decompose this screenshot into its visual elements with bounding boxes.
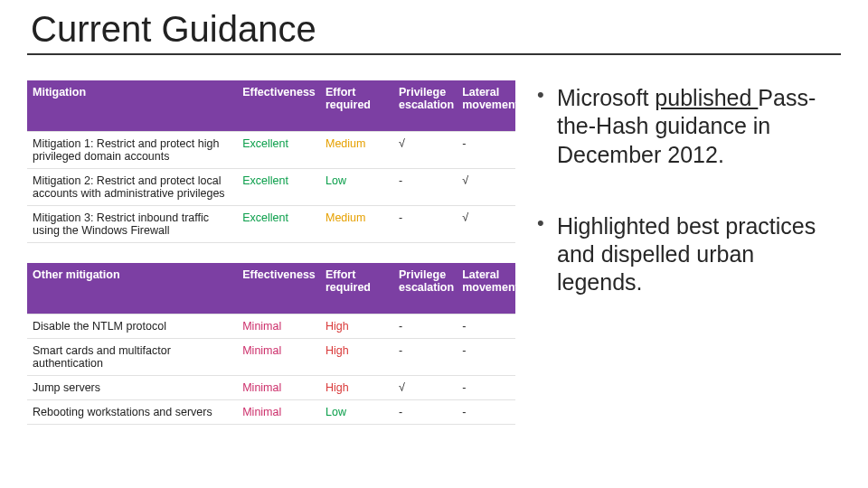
- bottom-mitigations-table: Other mitigation Effectiveness Effort re…: [27, 263, 515, 425]
- cell-effectiveness: Minimal: [237, 314, 320, 339]
- table-row: Smart cards and multifactor authenticati…: [27, 339, 515, 376]
- tables-column: Mitigation Effectiveness Effort required…: [27, 80, 515, 425]
- cell-priv: -: [393, 339, 457, 376]
- cell-effectiveness: Excellent: [237, 169, 320, 206]
- cell-effectiveness: Minimal: [237, 400, 320, 425]
- cell-mitigation: Mitigation 1: Restrict and protect high …: [27, 132, 237, 169]
- cell-effectiveness: Minimal: [237, 339, 320, 376]
- table-row: Disable the NTLM protocol Minimal High -…: [27, 314, 515, 339]
- col-effectiveness: Effectiveness: [237, 80, 320, 132]
- table-header: Other mitigation Effectiveness Effort re…: [27, 263, 515, 314]
- bullet-list: Microsoft published Pass-the-Hash guidan…: [535, 84, 841, 297]
- cell-effort: Low: [320, 169, 393, 206]
- body-columns: Mitigation Effectiveness Effort required…: [27, 80, 841, 425]
- cell-effort: High: [320, 376, 393, 400]
- col-mitigation: Mitigation: [27, 80, 237, 132]
- cell-mitigation: Mitigation 2: Restrict and protect local…: [27, 169, 237, 206]
- table-row: Rebooting workstations and servers Minim…: [27, 400, 515, 425]
- cell-lateral: √: [457, 206, 515, 243]
- cell-mitigation: Mitigation 3: Restrict inbound traffic u…: [27, 206, 237, 243]
- col-lateral: Lateral movement: [457, 80, 515, 132]
- cell-effectiveness: Excellent: [237, 132, 320, 169]
- cell-effort: Low: [320, 400, 393, 425]
- cell-mitigation: Rebooting workstations and servers: [27, 400, 237, 425]
- cell-priv: -: [393, 206, 457, 243]
- slide: Current Guidance Mitigation Effectivenes…: [0, 0, 868, 488]
- published-link[interactable]: published: [655, 85, 758, 110]
- table-row: Jump servers Minimal High √ -: [27, 376, 515, 400]
- top-mitigations-table: Mitigation Effectiveness Effort required…: [27, 80, 515, 243]
- cell-priv: √: [393, 376, 457, 400]
- cell-effort: Medium: [320, 206, 393, 243]
- cell-lateral: -: [457, 400, 515, 425]
- bullets-column: Microsoft published Pass-the-Hash guidan…: [535, 80, 841, 425]
- cell-lateral: -: [457, 132, 515, 169]
- col-lateral: Lateral movement: [457, 263, 515, 314]
- table-row: Mitigation 1: Restrict and protect high …: [27, 132, 515, 169]
- col-effectiveness: Effectiveness: [237, 263, 320, 314]
- table-row: Mitigation 3: Restrict inbound traffic u…: [27, 206, 515, 243]
- cell-effort: High: [320, 314, 393, 339]
- cell-priv: √: [393, 132, 457, 169]
- col-mitigation: Other mitigation: [27, 263, 237, 314]
- cell-effort: High: [320, 339, 393, 376]
- list-item: Microsoft published Pass-the-Hash guidan…: [535, 84, 841, 169]
- cell-mitigation: Smart cards and multifactor authenticati…: [27, 339, 237, 376]
- cell-mitigation: Jump servers: [27, 376, 237, 400]
- col-effort: Effort required: [320, 80, 393, 132]
- cell-lateral: -: [457, 376, 515, 400]
- list-item: Highlighted best practices and dispelled…: [535, 212, 841, 297]
- table-row: Mitigation 2: Restrict and protect local…: [27, 169, 515, 206]
- cell-lateral: -: [457, 314, 515, 339]
- cell-priv: -: [393, 400, 457, 425]
- table-header: Mitigation Effectiveness Effort required…: [27, 80, 515, 132]
- page-title: Current Guidance: [27, 9, 841, 55]
- col-priv: Privilege escalation: [393, 80, 457, 132]
- cell-effectiveness: Minimal: [237, 376, 320, 400]
- cell-effectiveness: Excellent: [237, 206, 320, 243]
- bullet-text: Microsoft: [557, 85, 655, 110]
- col-priv: Privilege escalation: [393, 263, 457, 314]
- cell-effort: Medium: [320, 132, 393, 169]
- cell-lateral: √: [457, 169, 515, 206]
- cell-priv: -: [393, 314, 457, 339]
- bullet-text: Highlighted best practices and dispelled…: [557, 213, 816, 296]
- cell-lateral: -: [457, 339, 515, 376]
- col-effort: Effort required: [320, 263, 393, 314]
- cell-mitigation: Disable the NTLM protocol: [27, 314, 237, 339]
- cell-priv: -: [393, 169, 457, 206]
- table-spacer: [27, 243, 515, 263]
